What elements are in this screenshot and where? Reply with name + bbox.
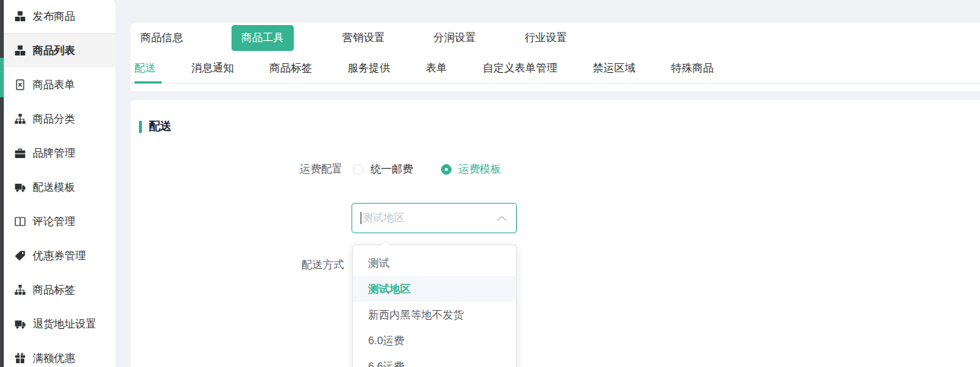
tab-product-info[interactable]: 商品信息 [140,31,183,45]
truck-icon [14,182,26,193]
dropdown-option[interactable]: 测试 [353,250,516,276]
section-title: 配送 [149,119,172,134]
sidebar-item-label: 退货地址设置 [33,318,96,331]
sidebar-item-label: 商品标签 [33,283,75,297]
sidebar-item-label: 满额优惠 [33,352,75,365]
subtab-service-provision[interactable]: 服务提供 [348,53,390,83]
subtab-product-tags[interactable]: 商品标签 [269,53,312,83]
sidebar-item-return-address-settings[interactable]: 退货地址设置 [4,307,115,341]
section-accent-bar [139,121,142,133]
freight-config-label: 运费配置 [300,163,342,176]
dropdown-option[interactable]: 6.6运费 [353,353,516,367]
subtab-embargo-area[interactable]: 禁运区域 [593,53,635,83]
freight-template-dropdown: 测试 测试地区 新西内黑等地不发货 6.0运费 6.6运费 [352,245,517,367]
select-placeholder: 测试地区 [362,211,496,225]
sidebar-item-product-form[interactable]: 商品表单 [4,68,115,102]
radio-icon[interactable] [441,164,452,175]
primary-tab-bar: 商品信息 商品工具 营销设置 分润设置 行业设置 [131,23,980,53]
truck-icon [14,318,26,330]
sidebar-item-product-category[interactable]: 商品分类 [4,102,115,136]
subtab-message-notification[interactable]: 消息通知 [191,53,234,83]
sidebar-item-label: 品牌管理 [33,147,75,160]
cubes-icon [14,11,26,22]
tabs-card: 商品信息 商品工具 营销设置 分润设置 行业设置 配送 消息通知 商品标签 服务… [131,23,980,91]
sidebar-item-comment-management[interactable]: 评论管理 [4,204,115,239]
sidebar-item-label: 商品分类 [33,112,75,126]
gift-icon [14,353,26,364]
radio-label: 统一邮费 [370,163,413,176]
sidebar-item-product-list[interactable]: 商品列表 [4,33,115,68]
cubes-icon [14,45,26,56]
radio-label: 运费模板 [458,163,501,176]
content-card: 配送 运费配置 统一邮费 运费模板 测试地区 配送方式 测试 测试地区 新西内黑… [131,100,980,367]
section-header: 配送 [139,119,172,134]
radio-uniform-postage[interactable]: 统一邮费 [353,163,413,176]
sidebar-item-brand-management[interactable]: 品牌管理 [4,136,115,170]
dropdown-option[interactable]: 6.0运费 [353,327,516,353]
dropdown-option[interactable]: 新西内黑等地不发货 [353,302,516,327]
file-x-icon [14,79,26,90]
columns-icon [14,216,26,227]
radio-icon[interactable] [353,164,364,175]
sidebar-item-label: 优惠券管理 [33,249,86,263]
nav-rail-scroll-thumb[interactable] [0,58,4,97]
sidebar-item-coupon-management[interactable]: 优惠券管理 [4,239,115,273]
sidebar-item-label: 评论管理 [33,215,75,229]
sidebar-item-label: 配送模板 [33,181,75,195]
nav-rail [0,0,4,367]
sidebar: 发布商品 商品列表 商品表单 商品分类 品牌管理 配送模板 评论管理 优惠券管理… [4,0,115,367]
sitemap-icon [14,284,26,296]
subtab-special-product[interactable]: 特殊商品 [671,53,714,83]
radio-freight-template[interactable]: 运费模板 [441,163,501,176]
tag-icon [14,250,26,261]
sidebar-item-label: 商品表单 [33,78,75,92]
briefcase-icon [14,147,26,159]
sidebar-item-label: 商品列表 [33,44,75,58]
tab-product-tools[interactable]: 商品工具 [232,25,294,51]
freight-template-select[interactable]: 测试地区 [351,203,517,233]
secondary-tab-bar: 配送 消息通知 商品标签 服务提供 表单 自定义表单管理 禁运区域 特殊商品 [131,53,980,84]
chevron-up-icon[interactable] [496,215,507,222]
sitemap-icon [14,113,26,125]
tab-marketing-settings[interactable]: 营销设置 [342,31,385,45]
sidebar-item-full-amount-discount[interactable]: 满额优惠 [4,341,115,367]
tab-industry-settings[interactable]: 行业设置 [525,31,567,45]
sidebar-item-product-tags[interactable]: 商品标签 [4,273,115,307]
freight-config-row: 运费配置 统一邮费 运费模板 [300,162,501,177]
subtab-form[interactable]: 表单 [426,53,447,83]
subtab-delivery[interactable]: 配送 [134,53,156,83]
sidebar-item-label: 发布商品 [33,10,75,24]
subtab-custom-form-management[interactable]: 自定义表单管理 [483,53,557,83]
delivery-method-label: 配送方式 [301,257,344,272]
text-cursor [361,212,361,224]
sidebar-item-publish-product[interactable]: 发布商品 [4,0,115,33]
dropdown-option-selected[interactable]: 测试地区 [353,276,516,302]
sidebar-item-delivery-template[interactable]: 配送模板 [4,170,115,204]
tab-profit-sharing-settings[interactable]: 分润设置 [433,31,476,45]
